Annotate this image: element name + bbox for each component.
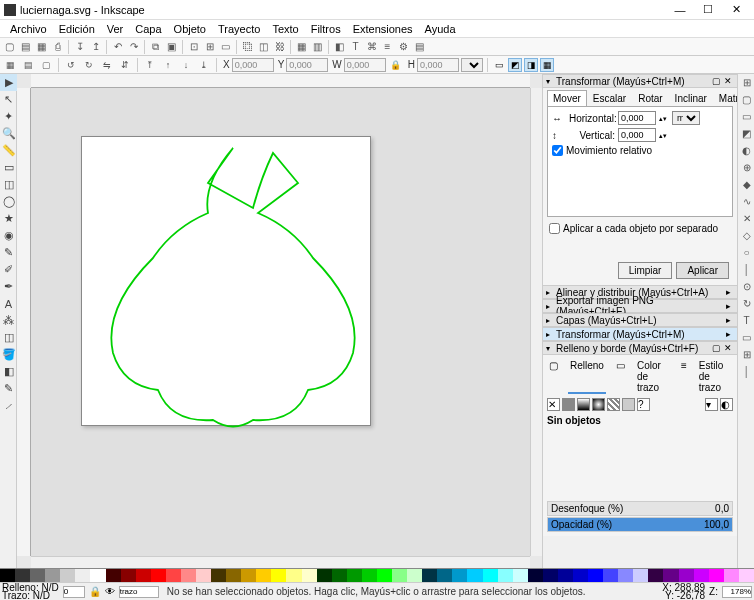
unit-select[interactable]: mm — [672, 111, 700, 125]
palette-color[interactable] — [588, 569, 603, 583]
text-dialog-icon[interactable]: T — [348, 39, 363, 54]
fill-panel-header[interactable]: ▾ Relleno y borde (Mayús+Ctrl+F) ▢ ✕ — [543, 341, 737, 355]
layer-input[interactable] — [119, 586, 159, 598]
ruler-horizontal[interactable] — [31, 74, 530, 88]
palette-color[interactable] — [739, 569, 754, 583]
palette-color[interactable] — [332, 569, 347, 583]
connector-tool[interactable]: ⟋ — [0, 397, 17, 414]
blur-slider[interactable]: Desenfoque (%) 0,0 — [547, 501, 733, 516]
palette-color[interactable] — [407, 569, 422, 583]
flip-v-icon[interactable]: ⇵ — [117, 57, 133, 72]
pencil-tool[interactable]: ✎ — [0, 244, 17, 261]
palette-color[interactable] — [256, 569, 271, 583]
palette-color[interactable] — [90, 569, 105, 583]
raise-top-icon[interactable]: ⤒ — [142, 57, 158, 72]
ellipse-tool[interactable]: ◯ — [0, 193, 17, 210]
palette-color[interactable] — [467, 569, 482, 583]
vertical-input[interactable] — [618, 128, 656, 142]
fill-dialog-icon[interactable]: ◧ — [332, 39, 347, 54]
tab-rotar[interactable]: Rotar — [632, 90, 668, 106]
gradient-tool[interactable]: ◧ — [0, 363, 17, 380]
bezier-tool[interactable]: ✐ — [0, 261, 17, 278]
scrollbar-horizontal[interactable] — [31, 556, 530, 568]
menu-objeto[interactable]: Objeto — [168, 21, 212, 37]
palette-color[interactable] — [437, 569, 452, 583]
zoom-draw-icon[interactable]: ⊞ — [202, 39, 217, 54]
unit-select[interactable]: mm — [461, 58, 483, 72]
h-input[interactable] — [417, 58, 459, 72]
lock-icon[interactable]: 🔒 — [388, 57, 404, 72]
text-tool[interactable]: A — [0, 295, 17, 312]
palette-color[interactable] — [603, 569, 618, 583]
palette-color[interactable] — [271, 569, 286, 583]
snap-node-icon[interactable]: ◆ — [738, 176, 754, 193]
close-panel-icon[interactable]: ▸ — [722, 315, 734, 325]
palette-color[interactable] — [724, 569, 739, 583]
zoom-tool[interactable]: 🔍 — [0, 125, 17, 142]
tab-escalar[interactable]: Escalar — [587, 90, 632, 106]
palette-color[interactable] — [543, 569, 558, 583]
palette-color[interactable] — [211, 569, 226, 583]
rotate-ccw-icon[interactable]: ↺ — [63, 57, 79, 72]
palette-color[interactable] — [452, 569, 467, 583]
unknown-icon[interactable]: ? — [637, 398, 650, 411]
flat-color-icon[interactable] — [562, 398, 575, 411]
minimize-button[interactable]: — — [666, 1, 694, 19]
affect-gradient-icon[interactable]: ◨ — [524, 58, 538, 72]
layers-panel-header[interactable]: ▸ Capas (Mayús+Ctrl+L) ▸ — [543, 313, 737, 327]
close-panel-icon[interactable]: ✕ — [722, 343, 734, 353]
close-panel-icon[interactable]: ▸ — [722, 287, 734, 297]
snap-center-icon[interactable]: ⊕ — [738, 159, 754, 176]
palette-color[interactable] — [166, 569, 181, 583]
undo-icon[interactable]: ↶ — [110, 39, 125, 54]
snap-line-mid-icon[interactable]: │ — [738, 261, 754, 278]
align-dialog-icon[interactable]: ≡ — [380, 39, 395, 54]
menu-ayuda[interactable]: Ayuda — [419, 21, 462, 37]
tab-color-trazo[interactable]: Color de trazo — [635, 359, 671, 394]
palette-color[interactable] — [528, 569, 543, 583]
docprefs-icon[interactable]: ▤ — [412, 39, 427, 54]
redo-icon[interactable]: ↷ — [126, 39, 141, 54]
prefs-icon[interactable]: ⚙ — [396, 39, 411, 54]
selector-tool[interactable]: ▶ — [0, 74, 17, 91]
3dbox-tool[interactable]: ◫ — [0, 176, 17, 193]
scrollbar-vertical[interactable] — [530, 88, 542, 556]
snap-midpoint-icon[interactable]: ◐ — [738, 142, 754, 159]
import-icon[interactable]: ↧ — [72, 39, 87, 54]
menu-archivo[interactable]: Archivo — [4, 21, 53, 37]
select-layers-icon[interactable]: ▤ — [20, 57, 36, 72]
tab-relleno[interactable]: Relleno — [568, 359, 606, 394]
menu-edicion[interactable]: Edición — [53, 21, 101, 37]
palette-color[interactable] — [136, 569, 151, 583]
menu-capa[interactable]: Capa — [129, 21, 167, 37]
palette-color[interactable] — [196, 569, 211, 583]
affect-corner-icon[interactable]: ◩ — [508, 58, 522, 72]
nonzero-icon[interactable]: ◐ — [720, 398, 733, 411]
select-all-icon[interactable]: ▦ — [2, 57, 18, 72]
measure-tool[interactable]: 📏 — [0, 142, 17, 159]
palette-color[interactable] — [422, 569, 437, 583]
palette-color[interactable] — [513, 569, 528, 583]
palette-color[interactable] — [558, 569, 573, 583]
tab-inclinar[interactable]: Inclinar — [669, 90, 713, 106]
duplicate-icon[interactable]: ⿻ — [240, 39, 255, 54]
group-icon[interactable]: ▦ — [294, 39, 309, 54]
spinner-icon[interactable]: ▴▾ — [659, 115, 669, 122]
zoom-input[interactable] — [722, 586, 752, 598]
star-tool[interactable]: ★ — [0, 210, 17, 227]
maximize-button[interactable]: ☐ — [694, 1, 722, 19]
eye-icon[interactable]: 👁 — [105, 586, 115, 597]
transform2-panel-header[interactable]: ▸ Transformar (Mayús+Ctrl+M) ▸ — [543, 327, 737, 341]
swatch-icon[interactable] — [622, 398, 635, 411]
spray-tool[interactable]: ⁂ — [0, 312, 17, 329]
palette-color[interactable] — [181, 569, 196, 583]
eraser-tool[interactable]: ◫ — [0, 329, 17, 346]
menu-trayecto[interactable]: Trayecto — [212, 21, 266, 37]
close-panel-icon[interactable]: ▸ — [722, 329, 734, 339]
snap-grid-icon[interactable]: ⊞ — [738, 346, 754, 363]
snap-page-icon[interactable]: ▭ — [738, 329, 754, 346]
new-icon[interactable]: ▢ — [2, 39, 17, 54]
menu-texto[interactable]: Texto — [266, 21, 304, 37]
undock-icon[interactable]: ▢ — [710, 343, 722, 353]
relative-checkbox[interactable] — [552, 145, 563, 156]
